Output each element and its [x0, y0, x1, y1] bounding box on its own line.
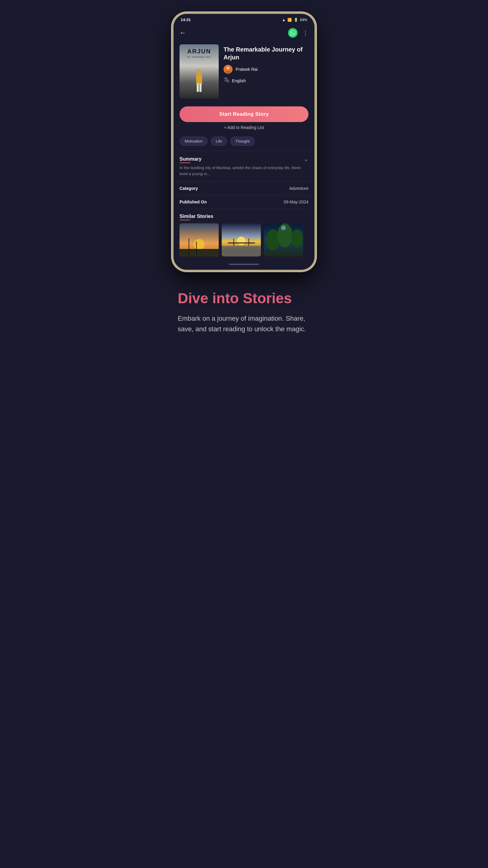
summary-section: Summary ⌄ In the bustling city of Mumbai… — [173, 151, 315, 182]
add-to-reading-list-button[interactable]: + Add to Reading List — [180, 122, 308, 131]
tag-motivation[interactable]: Motivation — [180, 136, 207, 146]
book-title: The Remarkable Journey of Arjun — [224, 45, 308, 61]
story-thumb-1[interactable] — [180, 223, 219, 256]
battery-icon: 🔋 — [294, 18, 298, 22]
story-thumb-3[interactable] — [264, 223, 303, 256]
status-time: 14:31 — [181, 18, 191, 22]
app-screen: ← ⋮ ARJUN BY PRATEEK RAI — [173, 24, 315, 270]
author-row: Prateek Rai — [224, 65, 308, 74]
category-label: Category — [180, 186, 198, 191]
summary-title: Summary — [180, 156, 201, 162]
more-button[interactable]: ⋮ — [302, 29, 308, 36]
svg-rect-3 — [199, 84, 201, 92]
svg-point-22 — [281, 225, 286, 230]
home-bar — [229, 264, 259, 265]
nav-actions: ⋮ — [288, 28, 308, 38]
story-thumb-2[interactable] — [222, 223, 261, 256]
translate-icon — [224, 77, 230, 84]
whatsapp-icon — [290, 30, 295, 36]
svg-rect-11 — [196, 241, 197, 256]
summary-header: Summary ⌄ — [180, 156, 308, 162]
whatsapp-button[interactable] — [288, 28, 298, 38]
home-indicator — [173, 261, 315, 270]
category-value: Adventure — [289, 186, 308, 191]
promo-heading: Dive into Stories — [178, 290, 310, 307]
category-row: Category Adventure — [180, 182, 308, 195]
promo-text: Embark on a journey of imagination. Shar… — [178, 313, 310, 334]
book-section: ARJUN BY PRATEEK RAI The Remarkable Jour… — [173, 41, 315, 103]
similar-section: Similar Stories — [173, 209, 315, 261]
cta-section: Start Reading Story + Add to Reading Lis… — [173, 103, 315, 134]
svg-point-19 — [266, 229, 280, 250]
svg-point-13 — [237, 237, 246, 245]
svg-point-5 — [227, 67, 230, 70]
svg-rect-14 — [222, 246, 261, 256]
published-label: Published On — [180, 199, 207, 204]
signal-icon: 📶 — [287, 18, 292, 22]
status-bar: 14:31 ▲ 📶 🔋 84% — [173, 14, 315, 24]
status-icons: ▲ 📶 🔋 84% — [282, 18, 307, 22]
cover-title: ARJUN — [180, 48, 219, 55]
wifi-icon: ▲ — [282, 18, 286, 22]
language-row: English — [224, 77, 308, 84]
svg-rect-1 — [196, 74, 202, 84]
start-reading-button[interactable]: Start Reading Story — [180, 106, 308, 122]
svg-rect-9 — [180, 249, 219, 256]
svg-point-0 — [197, 69, 201, 74]
author-name: Prateek Rai — [235, 67, 258, 72]
battery-percent: 84% — [300, 18, 307, 22]
top-nav: ← ⋮ — [173, 24, 315, 41]
svg-point-8 — [194, 239, 204, 250]
cover-figure — [192, 65, 207, 96]
author-avatar-img — [224, 65, 233, 74]
back-button[interactable]: ← — [180, 29, 186, 37]
language-text: English — [232, 79, 246, 83]
tag-life[interactable]: Life — [210, 136, 227, 146]
published-row: Published On 09-May-2024 — [180, 195, 308, 209]
svg-rect-10 — [189, 239, 189, 256]
promo-section: Dive into Stories Embark on a journey of… — [172, 290, 316, 334]
svg-point-21 — [291, 229, 303, 247]
author-avatar — [224, 65, 233, 74]
tag-thought[interactable]: Thought — [230, 136, 255, 146]
summary-toggle[interactable]: ⌄ — [304, 156, 308, 162]
svg-rect-2 — [197, 84, 199, 92]
published-value: 09-May-2024 — [284, 199, 309, 204]
similar-title: Similar Stories — [180, 214, 213, 219]
book-details: The Remarkable Journey of Arjun Prateek … — [224, 44, 308, 84]
summary-text: In the bustling city of Mumbai, amidst t… — [180, 165, 308, 177]
similar-stories-row — [180, 223, 308, 261]
tags-section: Motivation Life Thought — [173, 134, 315, 151]
phone-shell: 14:31 ▲ 📶 🔋 84% ← ⋮ AR — [172, 12, 316, 272]
meta-section: Category Adventure Published On 09-May-2… — [173, 182, 315, 209]
book-cover: ARJUN BY PRATEEK RAI — [180, 44, 219, 98]
cover-subtitle: BY PRATEEK RAI — [180, 56, 219, 59]
